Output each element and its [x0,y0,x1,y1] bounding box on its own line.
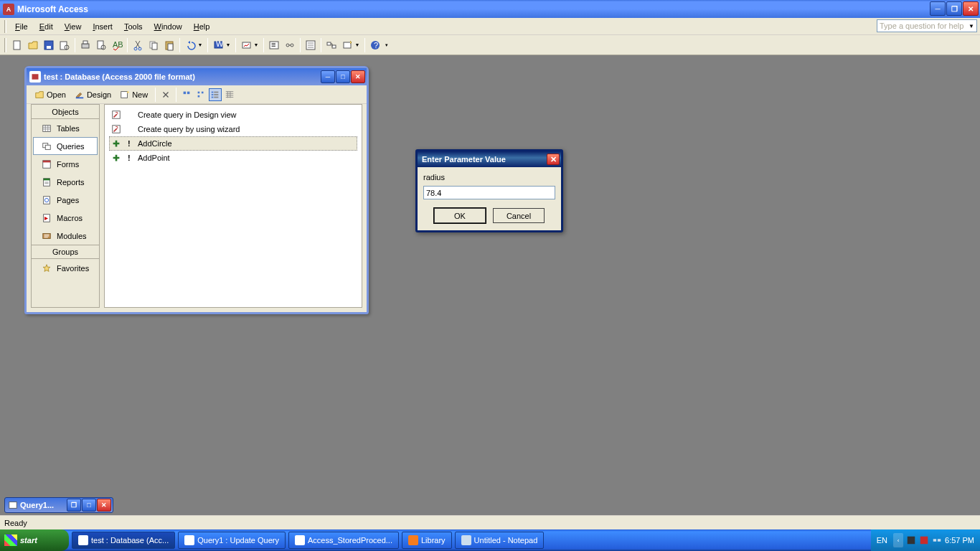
database-window-titlebar[interactable]: test : Database (Access 2000 file format… [27,68,367,85]
svg-text:?: ? [374,41,378,50]
taskbar-item-stored-proc[interactable]: Access_StoredProced... [288,532,399,549]
db-design-button[interactable]: Design [71,87,115,103]
cut-icon[interactable] [130,37,146,53]
svg-rect-26 [344,42,351,48]
cancel-button[interactable]: Cancel [493,208,545,223]
objects-forms[interactable]: Forms [33,155,98,173]
paste-icon[interactable] [161,37,177,53]
help-dropdown-icon[interactable]: ▼ [969,23,974,29]
report-icon [41,176,52,188]
small-icons-icon[interactable] [194,88,207,101]
svg-text:ABC: ABC [113,40,123,49]
svg-rect-25 [332,45,336,48]
menu-window[interactable]: Window [149,20,188,33]
tray-icon[interactable] [919,535,929,545]
relationships-icon[interactable] [282,37,298,53]
new-object-icon[interactable]: ▼ [339,37,362,53]
dbwin-maximize-button[interactable]: □ [336,70,350,83]
content-item-addcircle[interactable]: !AddCircle [109,136,357,151]
code-icon[interactable]: ≡ [266,37,282,53]
minwin-close-button[interactable]: ✕ [97,499,111,512]
minimize-button[interactable]: ─ [930,1,946,16]
task-icon [78,535,88,545]
menu-edit[interactable]: Edit [34,20,59,33]
action-query-icon [110,152,122,164]
firefox-icon [408,535,418,545]
separator [176,88,176,102]
objects-macros[interactable]: ▸Macros [33,209,98,227]
separator [179,38,180,52]
content-item-addpoint[interactable]: !AddPoint [109,151,357,165]
parameter-dialog-titlebar[interactable]: Enter Parameter Value ✕ [418,151,561,167]
objects-reports[interactable]: Reports [33,173,98,191]
network-icon[interactable] [932,535,942,545]
save-icon[interactable] [41,37,57,53]
obj-label: Tables [57,124,80,133]
large-icons-icon[interactable] [180,88,193,101]
open-icon[interactable] [25,37,41,53]
objects-queries[interactable]: Queries [33,137,98,155]
parameter-input[interactable] [423,186,555,199]
start-button[interactable]: start [0,529,69,551]
separator [300,38,301,52]
taskbar-item-library[interactable]: Library [402,532,452,549]
svg-text:≡: ≡ [271,40,275,49]
menu-file[interactable]: File [9,20,34,33]
svg-text:▸: ▸ [44,213,48,221]
objects-pages[interactable]: Pages [33,191,98,209]
objects-tables[interactable]: Tables [33,119,98,137]
minimized-query-window[interactable]: Query1... ❐ □ ✕ [4,497,113,513]
taskbar-item-notepad[interactable]: Untitled - Notepad [455,532,545,549]
content-item-create-wizard[interactable]: Create query by using wizard [109,122,357,136]
menu-view[interactable]: View [59,20,88,33]
toolbar-options-icon[interactable]: ▾ [383,37,390,53]
svg-rect-41 [212,96,214,98]
parameter-dialog-close-button[interactable]: ✕ [547,154,560,165]
relationships2-icon[interactable] [324,37,339,53]
print-icon[interactable] [77,37,93,53]
minwin-restore-button[interactable]: ❐ [67,499,81,512]
minwin-maximize-button[interactable]: □ [82,499,96,512]
objects-modules[interactable]: Modules [33,227,98,245]
content-item-create-design[interactable]: Create query in Design view [109,108,357,122]
language-indicator[interactable]: EN [877,536,887,545]
dbwin-close-button[interactable]: ✕ [351,70,365,83]
properties-icon[interactable] [303,37,319,53]
close-button[interactable]: ✕ [963,1,979,16]
analyze-icon[interactable]: ▼ [238,37,261,53]
tray-icon[interactable] [906,535,916,545]
groups-favorites[interactable]: Favorites [33,259,98,277]
restore-button[interactable]: ❐ [946,1,962,16]
help-icon[interactable]: ? [367,37,383,53]
svg-rect-29 [32,74,39,80]
taskbar-item-query1[interactable]: Query1 : Update Query [178,532,286,549]
menu-insert[interactable]: Insert [87,20,118,33]
exclaim-icon: ! [128,154,132,162]
spellcheck-icon[interactable]: ABC [109,37,125,53]
db-open-button[interactable]: Open [31,87,70,103]
office-links-icon[interactable]: W▼ [210,37,233,53]
menu-tools[interactable]: Tools [118,20,149,33]
undo-icon[interactable]: ▼ [182,37,205,53]
menu-grip[interactable] [4,20,6,33]
details-icon[interactable] [223,88,236,101]
list-icon[interactable] [209,88,222,101]
new-icon[interactable] [9,37,25,53]
taskbar-item-access-db[interactable]: test : Database (Acc... [72,532,175,549]
dbwin-minimize-button[interactable]: ─ [321,70,335,83]
ok-button[interactable]: OK [434,208,486,223]
help-search-box[interactable]: Type a question for help ▼ [877,19,977,32]
minimized-title: Query1... [20,501,54,509]
toolbar-grip[interactable] [4,38,6,52]
file-search-icon[interactable] [57,37,72,53]
separator [155,88,156,102]
db-new-button[interactable]: New [116,87,151,103]
clock[interactable]: 6:57 PM [945,536,974,545]
svg-rect-36 [198,95,200,97]
copy-icon[interactable] [146,37,161,53]
print-preview-icon[interactable] [93,37,109,53]
database-icon [29,71,41,83]
delete-icon[interactable] [159,88,172,101]
menu-help[interactable]: Help [188,20,216,33]
tray-expand-icon[interactable]: ‹ [893,533,903,547]
